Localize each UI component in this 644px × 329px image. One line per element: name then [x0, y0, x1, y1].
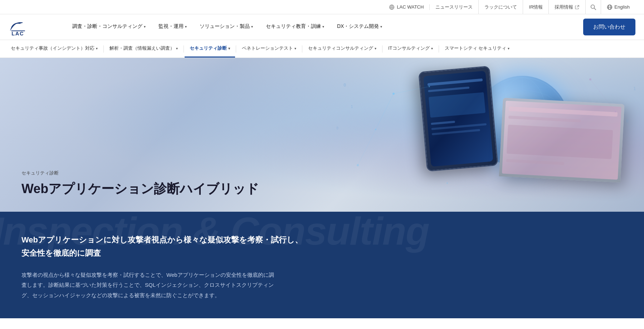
nav-item-solutions[interactable]: ソリューション・製品 ▾ — [193, 14, 259, 40]
dark-section-content: Webアプリケーションに対し攻撃者視点から様々な疑似攻撃を考察・試行し、安全性を… — [0, 212, 644, 318]
lac-watch-label: LAC WATCH — [397, 4, 424, 10]
sub-nav-pentest[interactable]: ペネトレーションテスト ▾ — [237, 40, 301, 58]
sub-nav-divider-3 — [236, 45, 236, 53]
hero-devices: 0 1 0 1 0 — [322, 58, 644, 212]
logo[interactable]: LAC — [9, 19, 52, 36]
svg-rect-24 — [508, 116, 581, 122]
top-bar: LAC WATCH ニュースリリース ラックについて IR情報 採用情報 Eng… — [0, 0, 644, 14]
hero-title: Webアプリケーション診断ハイブリッド — [21, 181, 259, 197]
sub-nav-analysis[interactable]: 解析・調査（情報漏えい調査） ▾ — [104, 40, 183, 58]
chevron-down-icon: ▾ — [251, 25, 253, 29]
careers-external-icon — [575, 5, 580, 10]
svg-rect-22 — [432, 129, 480, 136]
sub-nav-incident[interactable]: セキュリティ事故（インシデント）対応 ▾ — [6, 40, 103, 58]
svg-line-5 — [594, 8, 596, 10]
svg-rect-21 — [431, 123, 487, 130]
sub-nav-divider — [103, 45, 104, 53]
chevron-down-icon: ▾ — [375, 46, 376, 50]
svg-point-30 — [357, 164, 359, 166]
hero-tablet — [418, 66, 498, 172]
hero-section: 0 1 0 1 0 セキュリティ診断 Webアプリケーション診断ハイブリッド — [0, 58, 644, 212]
lac-watch-link[interactable]: LAC WATCH — [383, 4, 430, 10]
nav-item-dx[interactable]: DX・システム開発 ▾ — [331, 14, 389, 40]
chevron-down-icon: ▾ — [431, 46, 433, 50]
sub-nav-divider-4 — [302, 45, 302, 53]
ir-link[interactable]: IR情報 — [523, 0, 549, 14]
sub-nav: セキュリティ事故（インシデント）対応 ▾ 解析・調査（情報漏えい調査） ▾ セキ… — [0, 40, 644, 58]
contact-button[interactable]: お問い合わせ — [583, 19, 635, 35]
chevron-down-icon: ▾ — [185, 25, 187, 29]
sub-nav-divider-5 — [382, 45, 382, 53]
about-link[interactable]: ラックについて — [479, 0, 523, 14]
svg-text:0: 0 — [336, 126, 338, 130]
dark-section: Inspection & Consulting Webアプリケーションに対し攻撃… — [0, 212, 644, 318]
svg-rect-26 — [506, 159, 564, 165]
nav-item-education[interactable]: セキュリティ教育・訓練 ▾ — [259, 14, 331, 40]
english-label: English — [614, 4, 630, 10]
lac-logo-svg: LAC — [9, 19, 41, 36]
svg-text:1: 1 — [633, 86, 636, 91]
careers-link[interactable]: 採用情報 — [549, 0, 586, 14]
english-globe-icon — [607, 4, 613, 10]
svg-rect-23 — [509, 107, 618, 117]
svg-line-34 — [358, 129, 376, 165]
svg-rect-20 — [431, 121, 455, 125]
svg-point-31 — [447, 182, 448, 184]
svg-point-35 — [589, 78, 591, 80]
svg-rect-17 — [428, 78, 483, 86]
hero-laptop — [499, 98, 624, 182]
svg-line-32 — [376, 94, 394, 129]
hero-content: セキュリティ診断 Webアプリケーション診断ハイブリッド — [0, 170, 280, 212]
sub-nav-divider-2 — [184, 45, 184, 53]
chevron-down-icon: ▾ — [322, 25, 324, 29]
main-nav: LAC 調査・診断・コンサルティング ▾ 監視・運用 ▾ ソリューション・製品 … — [0, 14, 644, 40]
svg-text:0: 0 — [626, 119, 629, 123]
svg-text:1: 1 — [351, 104, 353, 109]
lac-watch-globe-icon — [389, 4, 395, 10]
english-link[interactable]: English — [601, 4, 635, 10]
chevron-down-icon: ▾ — [144, 25, 146, 29]
dark-section-body: 攻撃者の視点から様々な疑似攻撃を考察・試行することで、Webアプリケーションの安… — [21, 270, 279, 301]
laptop-screen-content — [502, 101, 621, 180]
sub-nav-it-consulting[interactable]: ITコンサルティング ▾ — [383, 40, 438, 58]
dark-section-heading: Webアプリケーションに対し攻撃者視点から様々な疑似攻撃を考察・試行し、安全性を… — [21, 233, 623, 260]
sub-nav-smart-city[interactable]: スマートシティ セキュリティ ▾ — [440, 40, 515, 58]
main-nav-links: 調査・診断・コンサルティング ▾ 監視・運用 ▾ ソリューション・製品 ▾ セキ… — [66, 14, 583, 40]
chevron-down-icon: ▾ — [294, 46, 296, 50]
laptop-screen — [502, 101, 621, 180]
nav-item-consulting[interactable]: 調査・診断・コンサルティング ▾ — [66, 14, 152, 40]
chevron-down-icon: ▾ — [228, 46, 230, 50]
chevron-down-icon: ▾ — [380, 25, 382, 29]
svg-rect-19 — [429, 92, 486, 118]
hero-breadcrumb: セキュリティ診断 — [21, 170, 259, 176]
svg-point-27 — [392, 93, 395, 95]
search-icon — [590, 4, 596, 10]
svg-text:LAC: LAC — [11, 30, 24, 36]
chevron-down-icon: ▾ — [176, 46, 178, 50]
svg-point-28 — [375, 129, 376, 130]
tablet-screen — [423, 71, 493, 167]
sub-nav-divider-6 — [439, 45, 439, 53]
svg-rect-25 — [507, 125, 613, 159]
chevron-down-icon: ▾ — [508, 46, 509, 50]
careers-label: 採用情報 — [555, 4, 573, 10]
sub-nav-security-diagnosis[interactable]: セキュリティ診断 ▾ — [185, 40, 235, 58]
search-button[interactable] — [586, 0, 601, 14]
tablet-screen-content — [423, 71, 493, 167]
chevron-down-icon: ▾ — [96, 46, 98, 50]
sub-nav-security-consulting[interactable]: セキュリティコンサルティング ▾ — [303, 40, 381, 58]
news-link[interactable]: ニュースリリース — [430, 0, 479, 14]
svg-rect-18 — [428, 87, 469, 92]
nav-item-monitoring[interactable]: 監視・運用 ▾ — [152, 14, 193, 40]
svg-text:0: 0 — [343, 83, 346, 88]
